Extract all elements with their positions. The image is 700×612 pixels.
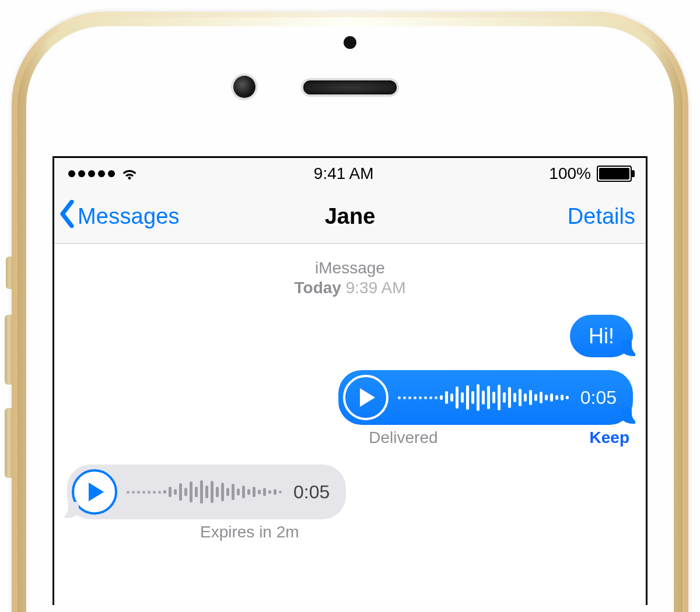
keep-button[interactable]: Keep	[590, 428, 629, 447]
audio-duration: 0:05	[293, 481, 330, 503]
proximity-sensor	[344, 36, 356, 49]
signal-strength-icon	[68, 170, 115, 177]
expires-label: Expires in 2m	[200, 523, 299, 541]
delivered-label: Delivered	[369, 428, 438, 447]
phone-frame: 9:41 AM 100% Messages Jane Details iMess…	[0, 0, 700, 612]
waveform-icon	[127, 474, 282, 509]
earpiece-speaker	[303, 80, 397, 94]
timestamp-header: iMessage Today 9:39 AM	[54, 259, 646, 297]
conversation[interactable]: iMessage Today 9:39 AM Hi! 0:05	[54, 244, 646, 541]
nav-bar: Messages Jane Details	[54, 189, 646, 244]
timestamp-day: Today	[295, 279, 341, 297]
front-camera	[233, 76, 256, 98]
received-audio-bubble[interactable]: 0:05	[67, 465, 346, 519]
sent-audio-bubble[interactable]: 0:05	[338, 370, 633, 425]
battery-percentage: 100%	[549, 164, 591, 183]
play-icon[interactable]	[343, 375, 388, 420]
back-label: Messages	[78, 204, 180, 229]
status-time: 9:41 AM	[314, 164, 374, 183]
waveform-icon	[398, 380, 569, 415]
wifi-icon	[121, 165, 138, 182]
back-button[interactable]: Messages	[58, 200, 180, 233]
chevron-left-icon	[58, 200, 76, 233]
battery-icon	[597, 166, 632, 182]
screen: 9:41 AM 100% Messages Jane Details iMess…	[52, 156, 648, 605]
sent-text-bubble[interactable]: Hi!	[570, 315, 633, 357]
status-bar: 9:41 AM 100%	[54, 158, 646, 189]
message-text: Hi!	[589, 324, 614, 348]
timestamp-time: 9:39 AM	[346, 279, 406, 297]
details-button[interactable]: Details	[568, 204, 635, 229]
audio-duration: 0:05	[580, 387, 617, 409]
nav-title: Jane	[325, 204, 376, 229]
